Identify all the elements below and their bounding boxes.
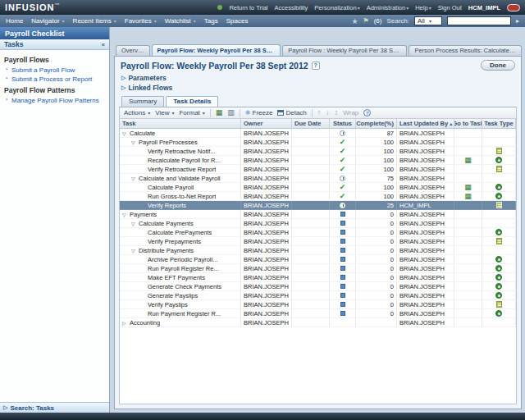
collapse-pane-icon[interactable]: «: [102, 41, 105, 48]
table-row[interactable]: Verify Prepayments BRIAN.JOSEPH 0 BRIAN.…: [120, 237, 516, 246]
table-row[interactable]: ▽ Calculate BRIAN.JOSEPH 87 BRIAN.JOSEPH: [120, 129, 516, 138]
tab-payroll-flow-2[interactable]: Payroll Flow : Weekly Payroll Per 38 Sep…: [282, 45, 407, 56]
accessibility-link[interactable]: Accessibility: [275, 4, 308, 11]
view-menu[interactable]: View▾: [155, 109, 174, 116]
table-row[interactable]: Archive Periodic Payroll... BRIAN.JOSEPH…: [120, 255, 516, 264]
menu-home[interactable]: Home: [6, 17, 23, 25]
due-date-cell: [292, 147, 330, 155]
group-label-payroll-flows: Payroll Flows: [4, 56, 105, 64]
personalization-menu[interactable]: Personalization▾: [314, 4, 359, 11]
table-row[interactable]: Verify Retroactive Report BRIAN.JOSEPH 1…: [120, 165, 516, 174]
chevron-down-icon: ▾: [429, 18, 431, 24]
toolbar-help-icon[interactable]: ?: [363, 109, 371, 116]
last-updated-cell: BRIAN.JOSEPH: [397, 318, 454, 326]
search-input[interactable]: [447, 16, 511, 25]
scroll-to-last-icon[interactable]: ↓: [326, 109, 330, 116]
table-row[interactable]: ▽ Calculate and Validate Payroll BRIAN.J…: [120, 174, 516, 183]
format-menu[interactable]: Format▾: [179, 109, 204, 116]
help-menu[interactable]: Help▾: [415, 4, 431, 11]
column-header-task[interactable]: Task: [120, 119, 241, 128]
actions-menu[interactable]: Actions▾: [124, 109, 150, 116]
sort-ascending-icon[interactable]: ▴: [450, 121, 452, 126]
table-row[interactable]: Calculate Payroll BRIAN.JOSEPH 100 BRIAN…: [120, 183, 516, 192]
help-icon[interactable]: ?: [312, 62, 320, 70]
clock-icon: [340, 203, 345, 208]
table-row[interactable]: Run Gross-to-Net Report BRIAN.JOSEPH 100…: [120, 192, 516, 201]
watchlist-flag-icon[interactable]: ⚑: [363, 17, 368, 25]
query-by-example-icon[interactable]: ▥: [227, 109, 235, 116]
tree-expand-icon[interactable]: ▽: [122, 212, 130, 217]
search-scope-select[interactable]: All▾: [414, 16, 442, 25]
search-tasks-panel[interactable]: ▷ Search: Tasks: [0, 402, 109, 413]
task-cell: Calculate PrePayments: [120, 228, 241, 236]
sidebar-link-submit-process-or-report[interactable]: Submit a Process or Report: [4, 75, 105, 84]
go-to-row-icon[interactable]: ↕: [335, 109, 339, 116]
clock-icon: [340, 176, 345, 181]
sign-out-link[interactable]: Sign Out: [438, 4, 462, 11]
table-row[interactable]: Verify Reports BRIAN.JOSEPH 25 HCM_IMPL: [120, 201, 516, 210]
table-row[interactable]: Calculate PrePayments BRIAN.JOSEPH 0 BRI…: [120, 228, 516, 237]
table-row[interactable]: Run Payroll Register Re... BRIAN.JOSEPH …: [120, 264, 516, 273]
subtab-summary[interactable]: Summary: [121, 96, 164, 107]
column-header-go-to-task[interactable]: Go to Task: [454, 119, 482, 128]
menu-navigator[interactable]: Navigator▾: [31, 17, 64, 25]
tree-expand-icon[interactable]: ▽: [131, 248, 139, 253]
wrap-button[interactable]: Wrap: [343, 109, 358, 116]
detach-button[interactable]: Detach: [277, 109, 306, 116]
tree-expand-icon[interactable]: ▽: [131, 221, 139, 226]
table-row[interactable]: ▷ Accounting BRIAN.JOSEPH BRIAN.JOSEPH: [120, 318, 516, 327]
table-row[interactable]: Verify Payslips BRIAN.JOSEPH 0 BRIAN.JOS…: [120, 300, 516, 309]
table-row[interactable]: ▽ Distribute Payments BRIAN.JOSEPH 0 BRI…: [120, 246, 516, 255]
column-header-due-date[interactable]: Due Date: [292, 119, 330, 128]
tab-person-process-results[interactable]: Person Process Results: Calculate Payrol…: [409, 45, 522, 56]
gear-icon: [495, 193, 502, 199]
table-row[interactable]: Recalculate Payroll for R... BRIAN.JOSEP…: [120, 156, 516, 165]
go-to-task-icon[interactable]: [464, 193, 472, 200]
tree-expand-icon[interactable]: ▷: [122, 320, 130, 326]
sidebar-link-manage-payroll-flow-patterns[interactable]: Manage Payroll Flow Patterns: [4, 96, 105, 105]
menu-recent-items[interactable]: Recent Items▾: [73, 17, 116, 25]
table-row[interactable]: Verify Retroactive Notif... BRIAN.JOSEPH…: [120, 147, 516, 156]
done-button[interactable]: Done: [481, 60, 515, 71]
freeze-button[interactable]: ❄Freeze: [245, 109, 273, 116]
task-name: Verify Reports: [148, 202, 186, 209]
tree-expand-icon[interactable]: ▽: [131, 139, 139, 145]
due-date-cell: [292, 219, 330, 227]
menu-tags[interactable]: Tags: [204, 17, 218, 25]
administration-menu[interactable]: Administration▾: [367, 4, 409, 11]
task-cell: ▽ Calculate Payments: [120, 219, 241, 227]
column-header-complete[interactable]: Complete(%): [356, 119, 397, 128]
tab-overview[interactable]: Overview: [116, 45, 150, 56]
menu-watchlist[interactable]: Watchlist▾: [165, 17, 196, 25]
linked-flows-toggle[interactable]: ▷ Linked Flows: [115, 82, 521, 92]
sidebar-link-submit-payroll-flow[interactable]: Submit a Payroll Flow: [4, 66, 105, 75]
column-header-task-type[interactable]: Task Type: [482, 119, 516, 128]
table-row[interactable]: Run Payment Register R... BRIAN.JOSEPH 0…: [120, 309, 516, 318]
menu-favorites[interactable]: Favorites▾: [125, 17, 157, 25]
search-go-button[interactable]: ▸: [516, 17, 519, 25]
subtab-task-details[interactable]: Task Details: [166, 96, 218, 107]
parameters-toggle[interactable]: ▷ Parameters: [115, 72, 521, 82]
table-row[interactable]: ▽ Payments BRIAN.JOSEPH 0 BRIAN.JOSEPH: [120, 210, 516, 219]
table-row[interactable]: Generate Check Payments BRIAN.JOSEPH 0 B…: [120, 282, 516, 291]
owner-cell: BRIAN.JOSEPH: [241, 129, 292, 137]
return-to-trial-link[interactable]: Return to Trial: [229, 4, 267, 11]
owner-cell: BRIAN.JOSEPH: [241, 318, 292, 326]
tree-expand-icon[interactable]: ▽: [122, 130, 130, 136]
chevron-down-icon: ▾: [62, 18, 65, 24]
table-row[interactable]: Generate Payslips BRIAN.JOSEPH 0 BRIAN.J…: [120, 291, 516, 300]
tree-expand-icon[interactable]: ▽: [131, 176, 139, 181]
column-header-last-updated-by[interactable]: Last Updated By▴: [397, 119, 454, 128]
column-header-status[interactable]: Status: [330, 119, 356, 128]
tab-payroll-flow-active[interactable]: Payroll Flow: Weekly Payroll Per 38 Sept…: [152, 44, 281, 56]
column-header-owner[interactable]: Owner: [241, 119, 292, 128]
table-row[interactable]: ▽ Payroll PreProcesses BRIAN.JOSEPH 100 …: [120, 138, 516, 147]
scroll-to-first-icon[interactable]: ↑: [317, 109, 322, 116]
go-to-task-icon[interactable]: [464, 184, 472, 191]
menu-spaces[interactable]: Spaces: [226, 17, 249, 25]
go-to-task-icon[interactable]: [464, 157, 472, 164]
table-row[interactable]: ▽ Calculate Payments BRIAN.JOSEPH 0 BRIA…: [120, 219, 516, 228]
export-to-excel-icon[interactable]: ▦: [216, 109, 223, 116]
table-row[interactable]: Make EFT Payments BRIAN.JOSEPH 0 BRIAN.J…: [120, 273, 516, 282]
favorites-star-icon[interactable]: ★: [351, 17, 358, 25]
